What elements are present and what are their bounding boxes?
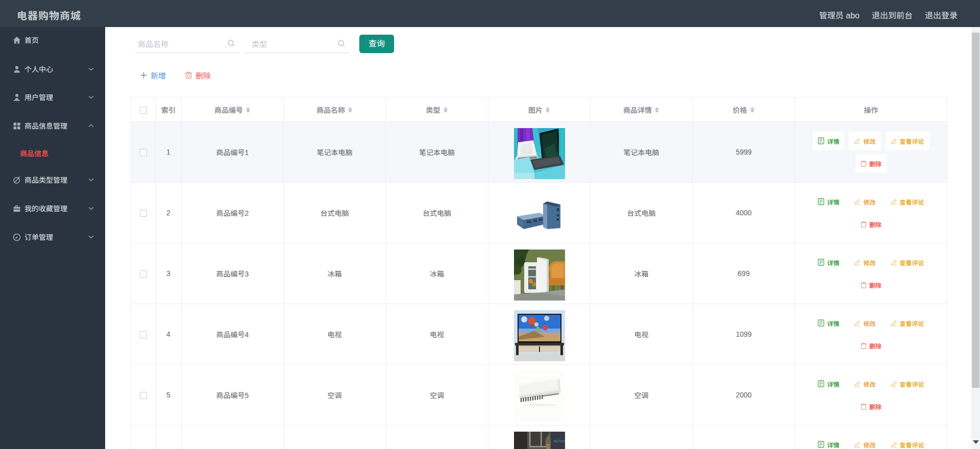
- svg-text:487mm: 487mm: [553, 439, 565, 443]
